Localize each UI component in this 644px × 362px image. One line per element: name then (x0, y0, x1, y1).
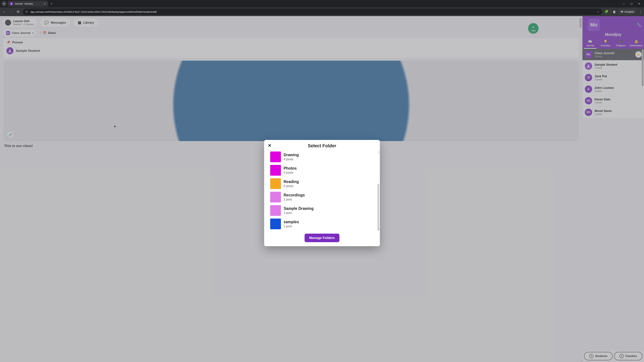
incognito-chip[interactable]: 🕶 Incognito (618, 9, 636, 14)
folder-post-count: 1 post (284, 225, 299, 228)
folder-post-count: 0 posts (284, 184, 299, 188)
folder-color-swatch (270, 178, 281, 189)
new-tab-button[interactable]: + (50, 1, 52, 6)
bookmark-star-icon[interactable]: ☆ (597, 10, 600, 13)
browser-titlebar: ▾ S Journal - Seesaw ✕ + — ▢ ✕ (0, 0, 644, 7)
folder-name: Photos (284, 166, 297, 171)
folder-color-swatch (270, 192, 281, 202)
folder-list[interactable]: ▴ ▾ Drawing 4 posts Photos 0 posts Readi… (264, 150, 380, 231)
folder-color-swatch (270, 151, 281, 162)
address-bar[interactable]: ⚙ app.seesaw.me/#/class/class.e01bf4c2-9… (23, 8, 602, 15)
folder-post-count: 1 post (284, 211, 314, 215)
extensions-icon[interactable]: 🧩 (604, 10, 608, 13)
folder-row[interactable]: Recordings 1 post (268, 190, 376, 204)
folder-row[interactable]: Drawing 4 posts (268, 150, 376, 164)
modal-title: Select Folder (264, 143, 380, 148)
folder-row[interactable]: Reading 0 posts (268, 177, 376, 190)
browser-toolbar: ← → ⟳ ⚙ app.seesaw.me/#/class/class.e01b… (0, 7, 644, 16)
forward-button[interactable]: → (9, 10, 14, 14)
folder-row[interactable]: Sample Drawing 1 post (268, 204, 376, 217)
minimize-button[interactable]: — (622, 2, 626, 5)
folder-color-swatch (270, 165, 281, 176)
folder-post-count: 4 posts (284, 158, 299, 161)
manage-folders-button[interactable]: Manage Folders (304, 234, 340, 242)
folder-post-count: 1 post (284, 198, 305, 201)
folder-post-count: 0 posts (284, 171, 297, 174)
site-settings-icon[interactable]: ⚙ (26, 10, 28, 13)
close-window-button[interactable]: ✕ (637, 2, 641, 5)
folder-name: samples (284, 220, 299, 224)
folder-name: Reading (284, 179, 299, 184)
window-controls: — ▢ ✕ (622, 2, 643, 5)
browser-menu-button[interactable]: ⋮ (639, 10, 642, 14)
incognito-label: Incognito (624, 10, 634, 13)
modal-close-button[interactable]: ✕ (268, 143, 272, 148)
tab-favicon: S (10, 2, 13, 5)
folder-row[interactable]: samples 1 post (268, 217, 376, 231)
scroll-down-icon[interactable]: ▾ (378, 228, 380, 230)
modal-scrollbar-thumb[interactable] (378, 184, 379, 231)
maximize-button[interactable]: ▢ (630, 2, 633, 5)
folder-name: Drawing (284, 153, 299, 157)
folder-row[interactable]: Photos 0 posts (268, 164, 376, 177)
back-button[interactable]: ← (2, 10, 6, 14)
tab-title: Journal - Seesaw (15, 2, 42, 5)
reload-button[interactable]: ⟳ (16, 10, 20, 14)
select-folder-modal: ✕ Select Folder ▴ ▾ Drawing 4 posts Phot… (264, 140, 380, 246)
tab-close-icon[interactable]: ✕ (44, 2, 46, 5)
tabs-dropdown-button[interactable]: ▾ (1, 1, 7, 6)
folder-name: Sample Drawing (284, 206, 314, 211)
sidepanel-icon[interactable]: ◧ (613, 10, 616, 13)
url-text: app.seesaw.me/#/class/class.e01bf4c2-9a2… (30, 10, 595, 13)
incognito-icon: 🕶 (621, 10, 623, 13)
browser-tab[interactable]: S Journal - Seesaw ✕ (8, 1, 48, 7)
folder-name: Recordings (284, 193, 305, 197)
folder-color-swatch (270, 205, 281, 216)
scroll-up-icon[interactable]: ▴ (378, 150, 380, 153)
folder-color-swatch (270, 219, 281, 229)
